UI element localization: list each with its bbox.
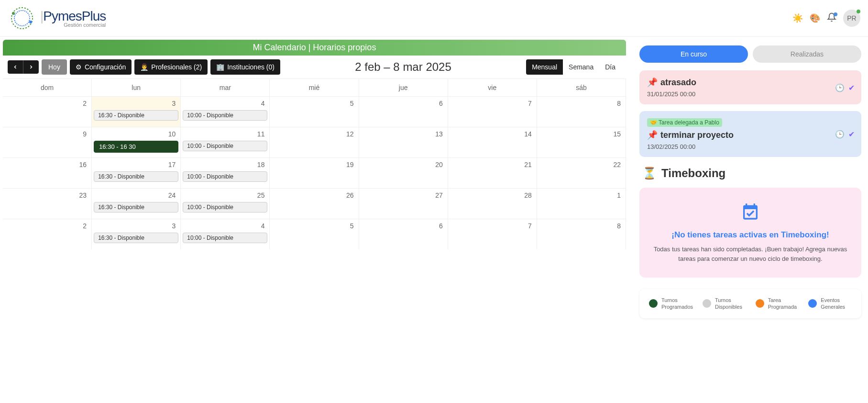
calendar-event[interactable]: 16:30 - Disponible (94, 110, 178, 121)
day-number: 12 (272, 129, 356, 139)
calendar-cell[interactable]: 1810:00 - Disponible (181, 158, 270, 188)
calendar-cell[interactable]: 1716:30 - Disponible (92, 158, 181, 188)
today-button[interactable]: Hoy (42, 59, 67, 75)
calendar-cell[interactable]: 9 (3, 127, 92, 157)
day-header: mar (181, 79, 270, 96)
calendar-cell[interactable]: 1110:00 - Disponible (181, 127, 270, 157)
calendar-event[interactable]: 10:00 - Disponible (183, 171, 267, 182)
day-number: 4 (183, 221, 267, 231)
calendar-toolbar: Hoy ⚙ Configuración 👨‍⚕️ Profesionales (… (3, 56, 626, 78)
day-header: sáb (537, 79, 626, 96)
day-number: 4 (183, 99, 267, 108)
calendar-cell[interactable]: 6 (359, 97, 448, 127)
calendar-cell[interactable]: 12 (270, 127, 359, 157)
legend-label: Tarea Programada (768, 297, 799, 311)
professionals-button[interactable]: 👨‍⚕️ Profesionales (2) (134, 59, 208, 75)
institutions-button[interactable]: 🏢 Instituciones (0) (210, 59, 280, 75)
gear-icon: ⚙ (76, 63, 82, 71)
sun-icon[interactable]: ☀️ (792, 13, 803, 23)
day-number: 25 (183, 190, 267, 200)
prev-button[interactable] (8, 60, 23, 74)
legend-item: Eventos Generales (808, 297, 852, 311)
svg-point-3 (29, 21, 32, 23)
calendar-cell[interactable]: 5 (270, 219, 359, 249)
calendar-event[interactable]: 10:00 - Disponible (183, 233, 267, 243)
clock-icon[interactable]: 🕒 (835, 130, 845, 139)
calendar-cell[interactable]: 27 (359, 189, 448, 219)
legend-dot (756, 299, 764, 308)
calendar-cell[interactable]: 21 (448, 158, 537, 188)
delegate-badge: 🤝 Tarea delegada a Pablo (647, 118, 722, 127)
view-day-button[interactable]: Día (599, 59, 621, 75)
config-button[interactable]: ⚙ Configuración (70, 59, 132, 75)
calendar-cell[interactable]: 8 (537, 97, 626, 127)
calendar-cell[interactable]: 2416:30 - Disponible (92, 189, 181, 219)
day-number: 16 (5, 160, 89, 169)
day-number: 2 (5, 99, 89, 108)
tab-in-progress[interactable]: En curso (639, 45, 748, 63)
calendar-cell[interactable]: 16 (3, 158, 92, 188)
check-icon[interactable]: ✔ (848, 83, 855, 92)
calendar-cell[interactable]: 7 (448, 219, 537, 249)
tasks-panel: En curso Realizadas 📌 atrasado31/01/2025… (636, 40, 865, 324)
day-number: 15 (539, 129, 624, 139)
svg-point-2 (12, 12, 15, 15)
logo[interactable]: |PymesPlus Gestión comercial (8, 4, 106, 33)
day-number: 13 (361, 129, 446, 139)
view-month-button[interactable]: Mensual (526, 59, 563, 75)
calendar-cell[interactable]: 1 (537, 189, 626, 219)
day-number: 5 (272, 221, 356, 231)
legend: Turnos ProgramadosTurnos DisponiblesTare… (639, 289, 861, 318)
check-icon[interactable]: ✔ (848, 130, 855, 139)
calendar-cell[interactable]: 1016:30 - 16 30 (92, 127, 181, 157)
calendar-cell[interactable]: 13 (359, 127, 448, 157)
calendar-cell[interactable]: 2 (3, 219, 92, 249)
chevron-left-icon (12, 64, 18, 70)
view-week-button[interactable]: Semana (563, 59, 599, 75)
calendar-cell[interactable]: 14 (448, 127, 537, 157)
calendar-cell[interactable]: 28 (448, 189, 537, 219)
calendar-cell[interactable]: 5 (270, 97, 359, 127)
day-number: 8 (539, 221, 624, 231)
calendar-cell[interactable]: 410:00 - Disponible (181, 219, 270, 249)
calendar-cell[interactable]: 19 (270, 158, 359, 188)
calendar-event[interactable]: 10:00 - Disponible (183, 110, 267, 121)
day-number: 9 (5, 129, 89, 139)
status-dot (857, 10, 860, 13)
calendar-cell[interactable]: 410:00 - Disponible (181, 97, 270, 127)
calendar-cell[interactable]: 23 (3, 189, 92, 219)
bell-icon[interactable] (827, 12, 836, 24)
calendar-title: Mi Calendario | Horarios propios (3, 40, 626, 56)
tab-done[interactable]: Realizadas (753, 45, 861, 63)
next-button[interactable] (23, 60, 39, 74)
calendar-cell[interactable]: 15 (537, 127, 626, 157)
clock-icon[interactable]: 🕒 (835, 83, 845, 92)
legend-label: Turnos Programados (661, 297, 693, 311)
calendar-event[interactable]: 16:30 - Disponible (94, 171, 178, 182)
calendar-cell[interactable]: 26 (270, 189, 359, 219)
day-number: 27 (361, 190, 446, 200)
calendar-cell[interactable]: 2 (3, 97, 92, 127)
calendar-event[interactable]: 16:30 - 16 30 (94, 141, 178, 153)
legend-dot (808, 299, 817, 308)
calendar-cell[interactable]: 2510:00 - Disponible (181, 189, 270, 219)
calendar-cell[interactable]: 6 (359, 219, 448, 249)
calendar-cell[interactable]: 316:30 - Disponible (92, 219, 181, 249)
calendar-cell[interactable]: 316:30 - Disponible (92, 97, 181, 127)
calendar-cell[interactable]: 22 (537, 158, 626, 188)
calendar-cell[interactable]: 20 (359, 158, 448, 188)
calendar-cell[interactable]: 8 (537, 219, 626, 249)
calendar-event[interactable]: 16:30 - Disponible (94, 233, 178, 243)
task-card[interactable]: 🤝 Tarea delegada a Pablo📌 terminar proye… (639, 111, 861, 157)
calendar-event[interactable]: 10:00 - Disponible (183, 141, 267, 151)
day-number: 23 (5, 190, 89, 200)
doctor-icon: 👨‍⚕️ (140, 63, 148, 71)
professionals-label: Profesionales (2) (151, 63, 202, 71)
header-actions: ☀️ 🎨 PR (792, 10, 860, 27)
calendar-event[interactable]: 10:00 - Disponible (183, 202, 267, 213)
task-card[interactable]: 📌 atrasado31/01/2025 00:00🕒✔ (639, 70, 861, 104)
user-avatar[interactable]: PR (843, 10, 860, 27)
calendar-event[interactable]: 16:30 - Disponible (94, 202, 178, 213)
palette-icon[interactable]: 🎨 (810, 13, 820, 23)
calendar-cell[interactable]: 7 (448, 97, 537, 127)
